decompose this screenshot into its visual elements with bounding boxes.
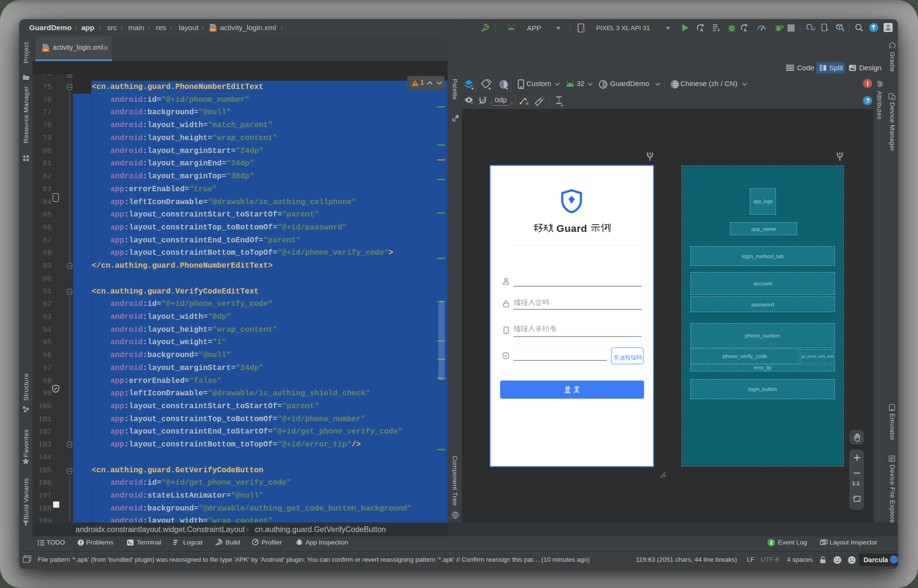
svg-text:<>: <>	[44, 48, 48, 52]
svg-text:<>: <>	[211, 28, 216, 32]
